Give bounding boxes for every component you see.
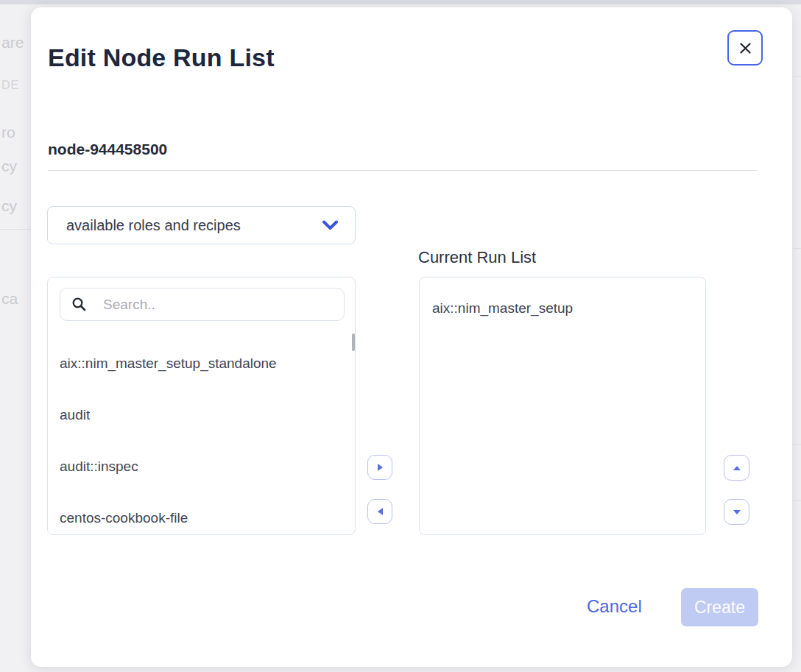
roles-recipes-dropdown[interactable]: available roles and recipes: [47, 206, 356, 244]
cancel-button[interactable]: Cancel: [587, 596, 642, 617]
background-text-fragment: DE: [1, 79, 19, 92]
triangle-right-icon: [378, 464, 383, 471]
background-text-fragment: cy: [1, 197, 17, 215]
move-down-button[interactable]: [724, 499, 749, 525]
background-text-fragment: ca: [1, 290, 18, 308]
list-item[interactable]: centos-cookbook-file: [48, 492, 355, 544]
move-left-button[interactable]: [367, 499, 392, 524]
triangle-up-icon: [733, 466, 741, 470]
list-item[interactable]: aix::nim_master_setup_standalone: [48, 338, 355, 389]
divider: [48, 170, 757, 171]
available-list-panel: aix::nim_master_setup_standalone audit a…: [47, 277, 356, 535]
chevron-down-icon: [322, 220, 339, 231]
background-text-fragment: ro: [1, 124, 15, 141]
available-items-list: aix::nim_master_setup_standalone audit a…: [48, 338, 355, 544]
current-run-list-heading: Current Run List: [418, 248, 536, 267]
triangle-left-icon: [378, 508, 383, 515]
triangle-down-icon: [733, 510, 741, 514]
background-divider: [793, 76, 801, 77]
search-icon: [71, 297, 87, 312]
background-divider: [793, 248, 801, 249]
create-button[interactable]: Create: [681, 588, 758, 626]
modal-title: Edit Node Run List: [48, 43, 275, 72]
search-box[interactable]: [60, 288, 345, 321]
list-item[interactable]: aix::nim_master_setup: [432, 288, 573, 329]
node-name: node-944458500: [48, 141, 167, 158]
list-item[interactable]: audit::inspec: [48, 441, 355, 492]
background-text-fragment: cy: [1, 158, 17, 175]
move-right-button[interactable]: [367, 455, 392, 480]
x-icon: [738, 41, 752, 55]
search-input[interactable]: [103, 297, 324, 313]
backdrop-top-band: [0, 0, 801, 4]
move-up-button[interactable]: [724, 455, 749, 481]
page: are DE ro cy cy ca Edit Node Run List no…: [0, 0, 801, 672]
background-divider: [0, 229, 31, 230]
background-divider: [793, 444, 801, 445]
close-button[interactable]: [727, 30, 763, 66]
scrollbar-thumb[interactable]: [352, 333, 355, 351]
dropdown-selected-label: available roles and recipes: [66, 217, 322, 234]
background-divider: [793, 500, 801, 501]
current-run-list-panel: aix::nim_master_setup: [419, 277, 706, 535]
edit-node-run-list-modal: Edit Node Run List node-944458500 availa…: [31, 7, 792, 667]
background-text-fragment: are: [1, 34, 24, 52]
list-item[interactable]: audit: [48, 389, 355, 441]
